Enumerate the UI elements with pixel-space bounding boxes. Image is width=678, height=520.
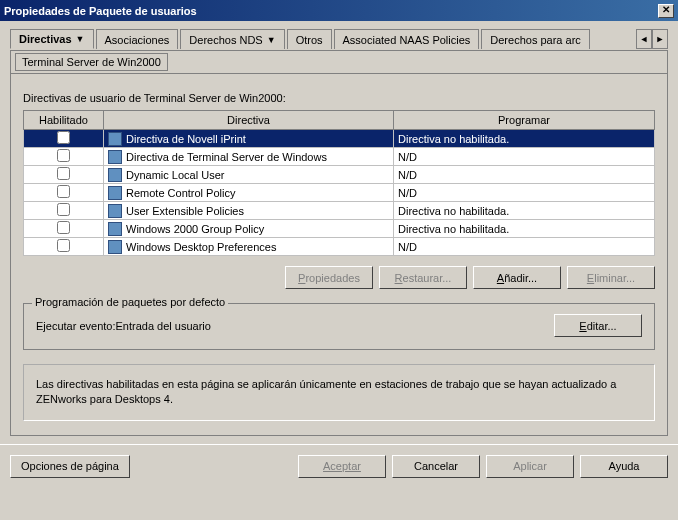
table-buttons: Propiedades Restaurar... Añadir... Elimi… (23, 266, 655, 289)
enabled-checkbox[interactable] (57, 149, 70, 162)
enabled-checkbox[interactable] (57, 221, 70, 234)
enabled-cell (24, 148, 104, 166)
schedule-cell: Directiva no habilitada. (394, 220, 655, 238)
properties-label: ropiedades (305, 272, 359, 284)
policy-cell: Directiva de Novell iPrint (104, 130, 394, 148)
policy-cell: Windows 2000 Group Policy (104, 220, 394, 238)
close-icon[interactable]: ✕ (658, 4, 674, 18)
tab-scroll-right-icon[interactable]: ► (652, 29, 668, 49)
section-label: Directivas de usuario de Terminal Server… (23, 92, 655, 104)
window-content: Directivas ▼ Asociaciones Derechos NDS ▼… (0, 21, 678, 444)
policy-name: Windows 2000 Group Policy (126, 223, 264, 235)
schedule-cell: N/D (394, 166, 655, 184)
policy-cell: Windows Desktop Preferences (104, 238, 394, 256)
apply-button: Aplicar (486, 455, 574, 478)
policy-name: Dynamic Local User (126, 169, 224, 181)
table-row[interactable]: Directiva de Novell iPrintDirectiva no h… (24, 130, 655, 148)
tab-directivas-label: Directivas (19, 33, 72, 45)
schedule-cell: Directiva no habilitada. (394, 202, 655, 220)
info-box: Las directivas habilitadas en esta págin… (23, 364, 655, 421)
policy-icon (108, 222, 122, 236)
enabled-cell (24, 238, 104, 256)
policy-cell: User Extensible Policies (104, 202, 394, 220)
tab-naas-policies[interactable]: Associated NAAS Policies (334, 29, 480, 49)
enabled-cell (24, 202, 104, 220)
groupbox-title: Programación de paquetes por defecto (32, 296, 228, 308)
policy-name: Directiva de Terminal Server de Windows (126, 151, 327, 163)
edit-label: ditar... (587, 320, 617, 332)
policy-icon (108, 240, 122, 254)
tab-derechos-arc[interactable]: Derechos para arc (481, 29, 590, 49)
enabled-cell (24, 130, 104, 148)
enabled-checkbox[interactable] (57, 167, 70, 180)
tab-row: Directivas ▼ Asociaciones Derechos NDS ▼… (10, 29, 668, 49)
properties-button: Propiedades (285, 266, 373, 289)
enabled-checkbox[interactable] (57, 185, 70, 198)
col-header-enabled[interactable]: Habilitado (24, 111, 104, 130)
policy-name: Windows Desktop Preferences (126, 241, 276, 253)
enabled-checkbox[interactable] (57, 239, 70, 252)
tab-scroll-left-icon[interactable]: ◄ (636, 29, 652, 49)
policy-cell: Directiva de Terminal Server de Windows (104, 148, 394, 166)
tab-scroll-nav: ◄ ► (636, 29, 668, 49)
schedule-groupbox: Programación de paquetes por defecto Eje… (23, 303, 655, 350)
dropdown-arrow-icon: ▼ (76, 34, 85, 44)
cancel-button[interactable]: Cancelar (392, 455, 480, 478)
tab-directivas[interactable]: Directivas ▼ (10, 29, 94, 49)
delete-button: Eliminar... (567, 266, 655, 289)
policy-icon (108, 132, 122, 146)
table-row[interactable]: Windows 2000 Group PolicyDirectiva no ha… (24, 220, 655, 238)
enabled-cell (24, 166, 104, 184)
tab-otros[interactable]: Otros (287, 29, 332, 49)
policy-icon (108, 204, 122, 218)
policy-cell: Dynamic Local User (104, 166, 394, 184)
run-event-label: Ejecutar evento:Entrada del usuario (36, 320, 211, 332)
col-header-policy[interactable]: Directiva (104, 111, 394, 130)
main-panel: Directivas de usuario de Terminal Server… (10, 74, 668, 436)
page-options-button[interactable]: Opciones de página (10, 455, 130, 478)
restore-label: estaurar... (403, 272, 452, 284)
enabled-checkbox[interactable] (57, 203, 70, 216)
dropdown-arrow-icon: ▼ (267, 35, 276, 45)
window-title: Propiedades de Paquete de usuarios (4, 5, 197, 17)
enabled-cell (24, 220, 104, 238)
enabled-cell (24, 184, 104, 202)
ok-label: Aceptar (323, 460, 361, 472)
policy-icon (108, 150, 122, 164)
table-row[interactable]: Directiva de Terminal Server de WindowsN… (24, 148, 655, 166)
subtab-terminal-server[interactable]: Terminal Server de Win2000 (15, 53, 168, 71)
edit-button[interactable]: Editar... (554, 314, 642, 337)
help-button[interactable]: Ayuda (580, 455, 668, 478)
tab-derechos-nds-label: Derechos NDS (189, 34, 262, 46)
table-row[interactable]: User Extensible PoliciesDirectiva no hab… (24, 202, 655, 220)
add-button[interactable]: Añadir... (473, 266, 561, 289)
restore-button: Restaurar... (379, 266, 467, 289)
policy-name: User Extensible Policies (126, 205, 244, 217)
title-bar: Propiedades de Paquete de usuarios ✕ (0, 0, 678, 21)
enabled-checkbox[interactable] (57, 131, 70, 144)
table-row[interactable]: Dynamic Local UserN/D (24, 166, 655, 184)
tab-asociaciones[interactable]: Asociaciones (96, 29, 179, 49)
schedule-cell: N/D (394, 238, 655, 256)
policy-name: Remote Control Policy (126, 187, 235, 199)
delete-label: liminar... (594, 272, 635, 284)
bottom-bar: Opciones de página Aceptar Cancelar Apli… (0, 444, 678, 488)
policy-icon (108, 168, 122, 182)
add-label: ñadir... (504, 272, 537, 284)
schedule-cell: Directiva no habilitada. (394, 130, 655, 148)
schedule-cell: N/D (394, 148, 655, 166)
col-header-schedule[interactable]: Programar (394, 111, 655, 130)
policy-name: Directiva de Novell iPrint (126, 133, 246, 145)
policy-table: Habilitado Directiva Programar Directiva… (23, 110, 655, 256)
schedule-cell: N/D (394, 184, 655, 202)
table-row[interactable]: Remote Control PolicyN/D (24, 184, 655, 202)
tab-derechos-nds[interactable]: Derechos NDS ▼ (180, 29, 284, 49)
table-row[interactable]: Windows Desktop PreferencesN/D (24, 238, 655, 256)
policy-cell: Remote Control Policy (104, 184, 394, 202)
subtab-row: Terminal Server de Win2000 (10, 50, 668, 74)
ok-button: Aceptar (298, 455, 386, 478)
policy-icon (108, 186, 122, 200)
